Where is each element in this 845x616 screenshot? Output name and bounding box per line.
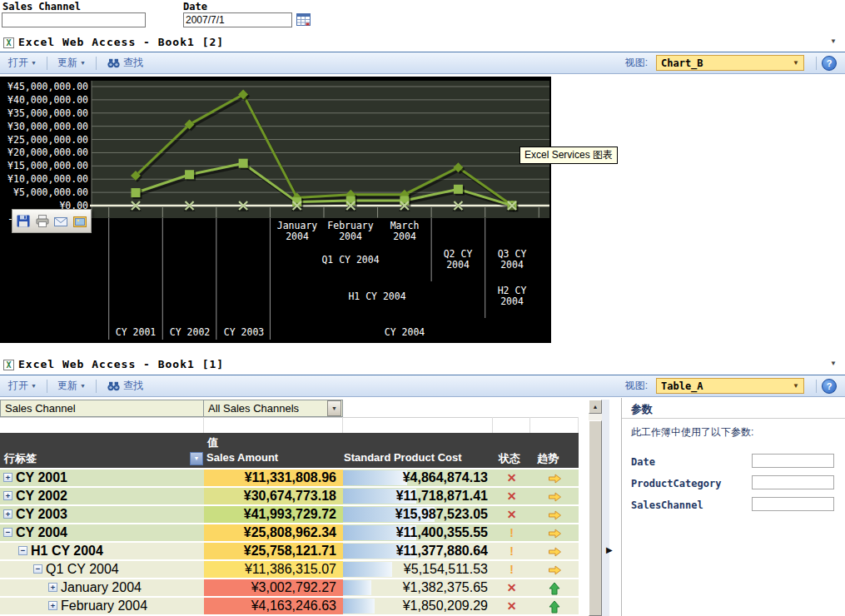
export-picture-icon[interactable] xyxy=(72,212,88,231)
trend-cell xyxy=(530,543,579,559)
table-row: +CY 2003¥41,993,729.72¥15,987,523.05✕ xyxy=(0,506,579,523)
expand-toggle[interactable]: + xyxy=(3,491,12,500)
status-cell: ✕ xyxy=(493,488,530,504)
view-label: 视图: xyxy=(625,379,648,393)
product-cost-header: Standard Product Cost xyxy=(344,451,462,464)
chevron-down-icon: ▼ xyxy=(80,60,86,66)
webpart-table-title: Excel Web Access - Book1 [1] xyxy=(18,358,224,370)
status-cell: ! xyxy=(493,561,530,578)
table-toolbar: 打开 ▼ 更新 ▼ 查找 视图: Table_A ▼ ? xyxy=(0,375,845,397)
product-cost-cell: ¥1,850,209.29 xyxy=(343,598,493,614)
svg-text:2004: 2004 xyxy=(500,296,524,307)
row-labels-filter-dropdown-icon[interactable]: ▼ xyxy=(190,452,203,465)
view-select-value: Table_A xyxy=(661,380,703,392)
sales-channel-filter-input[interactable] xyxy=(2,12,146,27)
expand-right-icon[interactable]: ▶ xyxy=(606,545,613,554)
trend-right-icon xyxy=(548,528,562,539)
grid-line xyxy=(342,417,343,433)
row-label-cell: +January 2004 xyxy=(0,579,204,596)
trend-right-icon xyxy=(548,491,562,503)
scrollbar-thumb[interactable] xyxy=(589,420,602,616)
svg-text:H1 CY 2004: H1 CY 2004 xyxy=(348,291,405,302)
calendar-icon[interactable] xyxy=(296,12,311,27)
expand-toggle[interactable]: − xyxy=(18,546,27,555)
chevron-down-icon: ▼ xyxy=(31,383,37,389)
product-cost-cell: ¥15,987,523.05 xyxy=(343,506,493,523)
save-icon[interactable] xyxy=(16,212,32,231)
trend-cell xyxy=(530,579,579,596)
sales-amount-cell: ¥11,331,808.96 xyxy=(204,469,343,486)
find-button[interactable]: 查找 xyxy=(107,379,143,393)
svg-text:2004: 2004 xyxy=(339,231,362,242)
grid-line xyxy=(529,417,530,433)
webpart-chart-menu-chevron-down-icon[interactable]: ▼ xyxy=(830,37,837,45)
trend-cell xyxy=(530,598,579,614)
refresh-label: 更新 xyxy=(57,56,77,70)
view-select[interactable]: Table_A ▼ xyxy=(656,378,804,394)
expand-toggle[interactable]: + xyxy=(3,509,12,519)
trend-right-icon xyxy=(548,546,562,558)
svg-text:¥10,000,000.00: ¥10,000,000.00 xyxy=(7,173,88,185)
chevron-down-icon: ▼ xyxy=(793,59,799,67)
grid-line xyxy=(492,417,493,433)
svg-text:Q1 CY 2004: Q1 CY 2004 xyxy=(321,254,379,266)
scroll-up-icon[interactable]: ▲ xyxy=(589,400,602,414)
sales-channel-filter-label: Sales Channel xyxy=(2,1,81,12)
date-filter-label: Date xyxy=(183,1,207,12)
pivot-table-region: Sales Channel All Sales Channels ▼ 值 行标签… xyxy=(0,398,589,616)
trend-up-icon xyxy=(549,600,560,614)
expand-toggle[interactable]: + xyxy=(48,601,57,610)
param-input-date[interactable] xyxy=(752,454,834,468)
data-bar xyxy=(343,580,371,595)
expand-toggle[interactable]: − xyxy=(3,528,12,537)
row-label-cell: +February 2004 xyxy=(0,598,204,614)
expand-toggle[interactable]: − xyxy=(33,564,42,574)
svg-text:H2 CY: H2 CY xyxy=(498,285,527,296)
mail-icon[interactable] xyxy=(53,212,69,231)
product-cost-value: ¥15,987,523.05 xyxy=(395,506,488,523)
data-bar xyxy=(343,562,392,577)
open-label: 打开 xyxy=(8,379,28,393)
open-menu-button[interactable]: 打开 ▼ xyxy=(8,379,37,393)
table-filter-value[interactable]: All Sales Channels xyxy=(203,400,343,417)
svg-text:¥40,000,000.00: ¥40,000,000.00 xyxy=(7,94,88,106)
table-row: −CY 2004¥25,808,962.34¥11,400,355.55! xyxy=(0,524,579,541)
status-warning-icon: ! xyxy=(509,563,514,576)
print-icon[interactable] xyxy=(35,212,51,231)
grid-line xyxy=(578,417,579,433)
row-label-cell: +CY 2003 xyxy=(0,506,204,523)
refresh-menu-button[interactable]: 更新 ▼ xyxy=(57,56,86,70)
svg-text:January: January xyxy=(277,220,318,231)
product-cost-cell: ¥1,382,375.65 xyxy=(343,579,493,596)
find-button[interactable]: 查找 xyxy=(107,56,143,70)
svg-text:CY 2001: CY 2001 xyxy=(116,326,157,338)
help-icon[interactable]: ? xyxy=(822,379,837,394)
view-select[interactable]: Chart_B ▼ xyxy=(656,55,804,71)
divider xyxy=(622,418,845,419)
date-filter-input[interactable] xyxy=(183,12,292,27)
table-row: −Q1 CY 2004¥11,386,315.07¥5,154,511.53! xyxy=(0,561,579,578)
table-row: −H1 CY 2004¥25,758,121.71¥11,377,880.64! xyxy=(0,543,579,559)
param-label-productcategory: ProductCategory xyxy=(631,478,721,489)
image-hover-toolbar xyxy=(12,209,92,233)
webpart-table-menu-chevron-down-icon[interactable]: ▼ xyxy=(830,360,837,367)
param-input-productcategory[interactable] xyxy=(752,475,834,489)
data-bar xyxy=(343,599,375,614)
status-cell: ! xyxy=(493,524,530,541)
param-label-date: Date xyxy=(631,456,655,468)
refresh-menu-button[interactable]: 更新 ▼ xyxy=(57,379,86,393)
param-input-saleschannel[interactable] xyxy=(752,497,834,511)
open-menu-button[interactable]: 打开 ▼ xyxy=(8,56,37,70)
toolbar-separator xyxy=(816,57,817,70)
svg-text:¥45,000,000.00: ¥45,000,000.00 xyxy=(7,81,88,92)
help-icon[interactable]: ? xyxy=(822,56,837,71)
expand-toggle[interactable]: + xyxy=(3,473,12,482)
sales-amount-cell: ¥4,163,246.63 xyxy=(204,598,343,614)
vertical-scrollbar[interactable]: ▲ xyxy=(589,400,602,616)
expand-toggle[interactable]: + xyxy=(48,583,57,592)
sales-amount-cell: ¥25,808,962.34 xyxy=(204,524,343,541)
status-warning-icon: ! xyxy=(509,526,514,539)
filter-dropdown-icon[interactable]: ▼ xyxy=(327,400,341,416)
row-label: CY 2001 xyxy=(16,469,67,486)
product-cost-value: ¥1,850,209.29 xyxy=(403,598,488,614)
